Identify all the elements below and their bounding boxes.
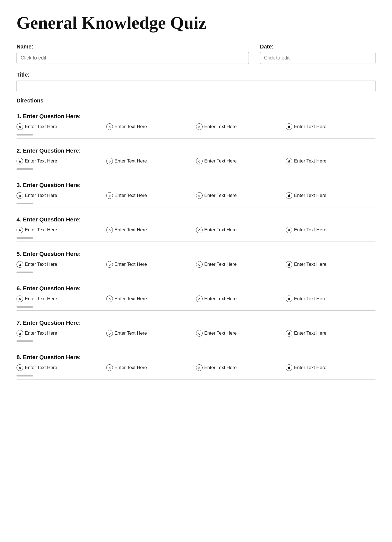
options-row-2: aEnter Text HerebEnter Text HerecEnter T… (17, 158, 375, 164)
options-row-4: aEnter Text HerebEnter Text HerecEnter T… (17, 227, 375, 233)
option-text-5-c: Enter Text Here (204, 262, 237, 267)
option-text-7-b: Enter Text Here (115, 330, 147, 336)
option-4-a[interactable]: aEnter Text Here (17, 227, 106, 233)
header-row: Name: Date: (17, 44, 375, 64)
divider-8 (17, 379, 375, 380)
option-1-a[interactable]: aEnter Text Here (17, 123, 106, 130)
option-text-2-c: Enter Text Here (204, 158, 237, 164)
question-title-5: 5. Enter Question Here: (17, 251, 375, 257)
option-6-a[interactable]: aEnter Text Here (17, 296, 106, 302)
directions-section: Directions (17, 97, 375, 106)
option-text-3-a: Enter Text Here (25, 193, 57, 198)
option-5-c[interactable]: cEnter Text Here (196, 261, 286, 268)
option-circle-2-d: d (286, 158, 292, 164)
divider-4 (17, 242, 375, 242)
question-title-6: 6. Enter Question Here: (17, 285, 375, 292)
option-8-b[interactable]: bEnter Text Here (106, 364, 196, 371)
option-4-c[interactable]: cEnter Text Here (196, 227, 286, 233)
option-text-7-d: Enter Text Here (294, 330, 326, 336)
option-circle-5-d: d (286, 261, 292, 268)
option-4-d[interactable]: dEnter Text Here (286, 227, 375, 233)
option-text-8-d: Enter Text Here (294, 365, 326, 370)
option-text-4-b: Enter Text Here (115, 227, 147, 233)
option-text-3-b: Enter Text Here (115, 193, 147, 198)
option-text-5-b: Enter Text Here (115, 262, 147, 267)
option-4-b[interactable]: bEnter Text Here (106, 227, 196, 233)
option-1-b[interactable]: bEnter Text Here (106, 123, 196, 130)
divider-1 (17, 138, 375, 139)
option-3-d[interactable]: dEnter Text Here (286, 192, 375, 199)
option-text-2-a: Enter Text Here (25, 158, 57, 164)
option-text-6-b: Enter Text Here (115, 296, 147, 302)
option-3-c[interactable]: cEnter Text Here (196, 192, 286, 199)
question-title-8: 8. Enter Question Here: (17, 354, 375, 361)
name-field: Name: (17, 44, 249, 64)
option-text-1-b: Enter Text Here (115, 124, 147, 129)
option-8-c[interactable]: cEnter Text Here (196, 364, 286, 371)
option-2-a[interactable]: aEnter Text Here (17, 158, 106, 164)
option-7-b[interactable]: bEnter Text Here (106, 330, 196, 337)
option-7-a[interactable]: aEnter Text Here (17, 330, 106, 337)
option-circle-3-b: b (106, 192, 113, 199)
option-6-b[interactable]: bEnter Text Here (106, 296, 196, 302)
options-row-6: aEnter Text HerebEnter Text HerecEnter T… (17, 296, 375, 302)
option-circle-3-a: a (17, 192, 23, 199)
option-circle-3-d: d (286, 192, 292, 199)
option-circle-4-b: b (106, 227, 113, 233)
question-block-4: 4. Enter Question Here:aEnter Text Hereb… (17, 216, 375, 245)
option-text-8-c: Enter Text Here (204, 365, 237, 370)
option-circle-1-c: c (196, 123, 203, 130)
option-circle-6-a: a (17, 296, 23, 302)
options-row-7: aEnter Text HerebEnter Text HerecEnter T… (17, 330, 375, 337)
answer-indicator-8 (17, 375, 33, 376)
option-circle-8-b: b (106, 364, 113, 371)
option-text-3-d: Enter Text Here (294, 193, 326, 198)
option-6-d[interactable]: dEnter Text Here (286, 296, 375, 302)
option-circle-2-b: b (106, 158, 113, 164)
option-2-c[interactable]: cEnter Text Here (196, 158, 286, 164)
question-title-1: 1. Enter Question Here: (17, 113, 375, 120)
option-5-b[interactable]: bEnter Text Here (106, 261, 196, 268)
option-circle-5-a: a (17, 261, 23, 268)
option-1-d[interactable]: dEnter Text Here (286, 123, 375, 130)
option-5-a[interactable]: aEnter Text Here (17, 261, 106, 268)
options-row-1: aEnter Text HerebEnter Text HerecEnter T… (17, 123, 375, 130)
option-text-1-a: Enter Text Here (25, 124, 57, 129)
option-circle-7-d: d (286, 330, 292, 337)
question-block-3: 3. Enter Question Here:aEnter Text Hereb… (17, 182, 375, 211)
answer-indicator-6 (17, 306, 33, 308)
option-circle-8-c: c (196, 364, 203, 371)
option-text-1-d: Enter Text Here (294, 124, 326, 129)
title-row: Title: (17, 72, 375, 92)
option-6-c[interactable]: cEnter Text Here (196, 296, 286, 302)
title-input[interactable] (17, 80, 375, 92)
name-input[interactable] (17, 52, 249, 64)
option-8-a[interactable]: aEnter Text Here (17, 364, 106, 371)
option-5-d[interactable]: dEnter Text Here (286, 261, 375, 268)
option-7-c[interactable]: cEnter Text Here (196, 330, 286, 337)
divider-3 (17, 207, 375, 207)
option-text-4-d: Enter Text Here (294, 227, 326, 233)
option-circle-3-c: c (196, 192, 203, 199)
option-7-d[interactable]: dEnter Text Here (286, 330, 375, 337)
question-title-7: 7. Enter Question Here: (17, 319, 375, 326)
option-8-d[interactable]: dEnter Text Here (286, 364, 375, 371)
option-2-d[interactable]: dEnter Text Here (286, 158, 375, 164)
option-circle-7-c: c (196, 330, 203, 337)
divider-2 (17, 173, 375, 173)
option-3-a[interactable]: aEnter Text Here (17, 192, 106, 199)
date-input[interactable] (260, 52, 375, 64)
divider-7 (17, 345, 375, 345)
option-2-b[interactable]: bEnter Text Here (106, 158, 196, 164)
question-block-8: 8. Enter Question Here:aEnter Text Hereb… (17, 354, 375, 383)
question-title-2: 2. Enter Question Here: (17, 147, 375, 154)
option-1-c[interactable]: cEnter Text Here (196, 123, 286, 130)
option-circle-2-c: c (196, 158, 203, 164)
option-text-1-c: Enter Text Here (204, 124, 237, 129)
title-label: Title: (17, 72, 375, 78)
option-3-b[interactable]: bEnter Text Here (106, 192, 196, 199)
option-circle-4-d: d (286, 227, 292, 233)
directions-label: Directions (17, 97, 375, 106)
option-circle-5-b: b (106, 261, 113, 268)
option-circle-6-b: b (106, 296, 113, 302)
